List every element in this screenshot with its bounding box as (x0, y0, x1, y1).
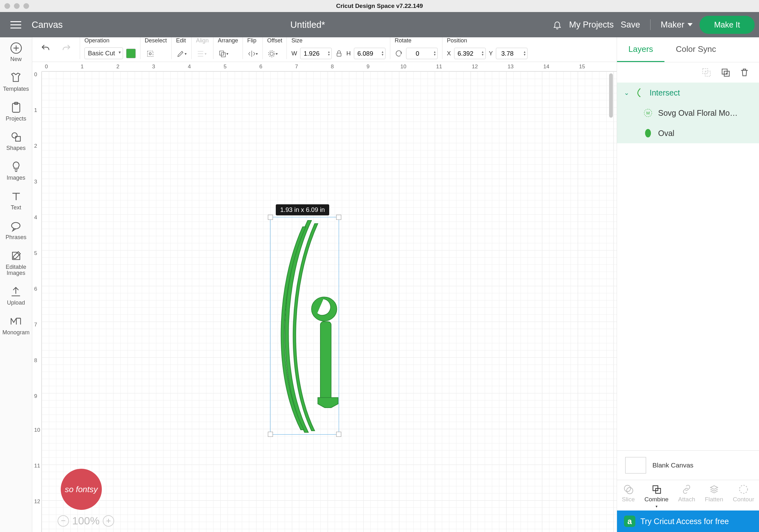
lock-icon[interactable] (335, 49, 343, 58)
svg-point-7 (149, 53, 151, 55)
blank-canvas-label: Blank Canvas (653, 462, 694, 469)
op-flatten: Flatten (705, 484, 723, 509)
rotate-label: Rotate (395, 37, 438, 44)
sidebar-images[interactable]: Images (7, 160, 25, 181)
svg-point-10 (270, 52, 273, 56)
svg-point-21 (645, 129, 651, 138)
layer-operations: Slice Combine▾ Attach Flatten Contour (617, 480, 759, 511)
layer-label: Sovg Oval Floral Mon… (658, 108, 740, 118)
sidebar-new[interactable]: New (10, 42, 22, 62)
zoom-in-button[interactable]: + (103, 515, 114, 527)
save-button[interactable]: Save (620, 20, 640, 30)
canvas-label: Canvas (32, 20, 62, 30)
app-header: Canvas Untitled* My Projects Save Maker … (0, 12, 759, 37)
svg-rect-6 (147, 51, 153, 56)
layer-label: Oval (658, 129, 674, 138)
watermark-logo: so fontsy (61, 469, 102, 510)
color-swatch[interactable] (126, 49, 136, 58)
tab-layers[interactable]: Layers (617, 37, 664, 62)
zoom-out-button[interactable]: − (58, 515, 69, 527)
edit-label: Edit (176, 37, 187, 44)
traffic-light-min[interactable] (14, 3, 20, 9)
svg-rect-12 (337, 53, 341, 56)
svg-rect-8 (220, 51, 223, 55)
arrange-label: Arrange (218, 37, 238, 44)
op-combine[interactable]: Combine▾ (645, 484, 668, 509)
make-it-button[interactable]: Make It (699, 16, 755, 34)
ruler-horizontal: 0123456789101112131415 (42, 62, 617, 71)
vertical-scrollbar[interactable] (609, 73, 613, 118)
align-label: Align (196, 37, 209, 44)
layer-sovg-oval[interactable]: M Sovg Oval Floral Mon… (617, 103, 759, 123)
edit-button[interactable]: ▾ (176, 48, 187, 59)
toolbar: Operation Basic Cut Deselect Edit ▾ Alig… (32, 37, 617, 62)
offset-button[interactable]: ▾ (267, 48, 278, 59)
chevron-down-icon (688, 23, 693, 26)
machine-picker[interactable]: Maker (660, 20, 693, 30)
y-input[interactable]: ▲▼ (496, 48, 528, 59)
flip-button[interactable]: ▾ (247, 48, 258, 59)
tab-color-sync[interactable]: Color Sync (664, 37, 727, 62)
intersect-shape[interactable] (270, 217, 340, 435)
separator (650, 19, 651, 30)
op-attach: Attach (678, 484, 695, 509)
sidebar-templates[interactable]: Templates (3, 71, 29, 92)
canvas-area[interactable]: 0123456789101112131415 0123456789101112 … (32, 62, 617, 532)
chevron-down-icon: ⌄ (624, 89, 629, 97)
canvas-grid[interactable]: 1.93 in x 6.09 in (42, 71, 617, 532)
layer-label: Intersect (650, 88, 680, 98)
delete-icon[interactable] (739, 67, 749, 77)
x-input[interactable]: ▲▼ (454, 48, 486, 59)
zoom-control: − 100% + (58, 514, 114, 527)
menu-button[interactable] (0, 24, 32, 25)
position-label: Position (447, 37, 528, 44)
promo-banner[interactable]: a Try Cricut Access for free (617, 511, 759, 532)
flip-label: Flip (247, 37, 258, 44)
document-title[interactable]: Untitled* (62, 20, 552, 30)
undo-button[interactable] (40, 43, 51, 54)
svg-text:M: M (646, 111, 650, 115)
layer-oval[interactable]: Oval (617, 123, 759, 143)
traffic-light-max[interactable] (23, 3, 29, 9)
sidebar-upload[interactable]: Upload (7, 285, 25, 306)
layer-intersect[interactable]: ⌄ Intersect (617, 83, 759, 103)
deselect-button[interactable] (145, 48, 156, 59)
sidebar-shapes[interactable]: Shapes (6, 131, 25, 151)
svg-rect-9 (221, 53, 225, 57)
svg-point-26 (739, 485, 748, 493)
height-input[interactable]: ▲▼ (354, 48, 385, 59)
align-button: ▾ (196, 48, 207, 59)
sidebar-monogram[interactable]: Monogram (2, 315, 29, 336)
op-slice: Slice (622, 484, 635, 509)
operation-select[interactable]: Basic Cut (84, 47, 123, 59)
width-input[interactable]: ▲▼ (300, 48, 332, 59)
sidebar-phrases[interactable]: Phrases (5, 220, 26, 241)
redo-button[interactable] (61, 43, 71, 54)
op-contour: Contour (733, 484, 754, 509)
arrange-button[interactable]: ▾ (218, 48, 229, 59)
sidebar-projects[interactable]: Projects (6, 101, 26, 122)
size-label: Size (291, 37, 385, 44)
operation-label: Operation (84, 37, 136, 44)
right-panel: Layers Color Sync ⌄ Intersect M Sovg Ova… (617, 37, 759, 532)
canvas-background-row[interactable]: Blank Canvas (617, 450, 759, 480)
machine-label: Maker (660, 20, 684, 30)
svg-point-11 (268, 51, 275, 57)
traffic-light-close[interactable] (4, 3, 10, 9)
offset-label: Offset (267, 37, 282, 44)
zoom-value: 100% (72, 514, 100, 527)
duplicate-icon[interactable] (720, 67, 731, 77)
sidebar-text[interactable]: Text (10, 190, 22, 211)
canvas-swatch[interactable] (625, 457, 646, 473)
left-sidebar: New Templates Projects Shapes Images Tex… (0, 37, 32, 532)
rotate-icon (395, 49, 403, 58)
sidebar-editable-images[interactable]: Editable Images (0, 250, 32, 277)
selection-box[interactable] (270, 217, 339, 434)
rotate-input[interactable]: ▲▼ (406, 48, 438, 59)
svg-rect-14 (320, 322, 331, 401)
my-projects-link[interactable]: My Projects (569, 20, 614, 30)
svg-rect-16 (705, 71, 710, 76)
svg-point-3 (12, 133, 17, 138)
promo-text: Try Cricut Access for free (640, 517, 729, 526)
bell-icon[interactable] (552, 20, 562, 29)
